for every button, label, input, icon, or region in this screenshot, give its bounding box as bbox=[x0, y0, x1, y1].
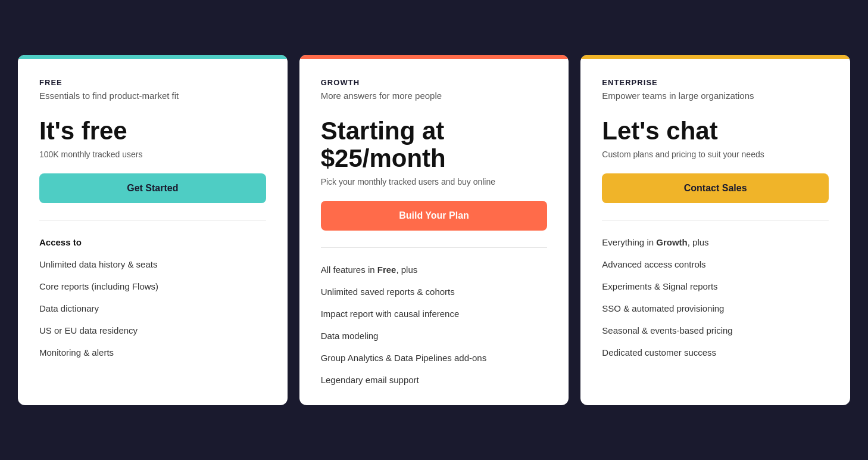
plan-price-sub-enterprise: Custom plans and pricing to suit your ne… bbox=[602, 150, 829, 159]
pricing-container: FREEEssentials to find product-market fi… bbox=[18, 55, 850, 405]
plan-price-sub-free: 100K monthly tracked users bbox=[39, 150, 266, 159]
plan-price-growth: Starting at $25/month bbox=[321, 117, 548, 172]
feature-item-enterprise-3: Seasonal & events-based pricing bbox=[602, 324, 829, 337]
features-list-enterprise: Advanced access controlsExperiments & Si… bbox=[602, 258, 829, 359]
plan-name-enterprise: ENTERPRISE bbox=[602, 78, 829, 87]
plan-card-growth: GROWTHMore answers for more peopleStarti… bbox=[299, 55, 569, 405]
plan-price-enterprise: Let's chat bbox=[602, 117, 829, 145]
intro-text-enterprise: Everything in Growth, plus bbox=[602, 237, 829, 247]
cta-button-growth[interactable]: Build Your Plan bbox=[321, 201, 548, 231]
cta-button-enterprise[interactable]: Contact Sales bbox=[602, 173, 829, 203]
feature-item-growth-1: Impact report with causal inference bbox=[321, 307, 548, 320]
feature-item-free-0: Unlimited data history & seats bbox=[39, 258, 266, 271]
feature-item-enterprise-4: Dedicated customer success bbox=[602, 346, 829, 359]
feature-item-enterprise-1: Experiments & Signal reports bbox=[602, 280, 829, 293]
top-bar-enterprise bbox=[580, 55, 850, 59]
feature-item-free-1: Core reports (including Flows) bbox=[39, 280, 266, 293]
intro-text-growth: All features in Free, plus bbox=[321, 265, 548, 275]
features-list-free: Unlimited data history & seatsCore repor… bbox=[39, 258, 266, 359]
features-list-growth: Unlimited saved reports & cohortsImpact … bbox=[321, 285, 548, 386]
feature-item-free-4: Monitoring & alerts bbox=[39, 346, 266, 359]
plan-tagline-growth: More answers for more people bbox=[321, 91, 548, 101]
feature-item-free-3: US or EU data residency bbox=[39, 324, 266, 337]
feature-item-growth-0: Unlimited saved reports & cohorts bbox=[321, 285, 548, 298]
top-bar-free bbox=[18, 55, 288, 59]
feature-item-enterprise-2: SSO & automated provisioning bbox=[602, 302, 829, 315]
feature-item-enterprise-0: Advanced access controls bbox=[602, 258, 829, 271]
plan-card-enterprise: ENTERPRISEEmpower teams in large organiz… bbox=[580, 55, 850, 405]
top-bar-growth bbox=[299, 55, 569, 59]
plan-price-free: It's free bbox=[39, 117, 266, 145]
feature-item-growth-4: Legendary email support bbox=[321, 374, 548, 386]
plan-tagline-free: Essentials to find product-market fit bbox=[39, 91, 266, 101]
cta-button-free[interactable]: Get Started bbox=[39, 173, 266, 203]
feature-item-growth-2: Data modeling bbox=[321, 330, 548, 342]
plan-name-free: FREE bbox=[39, 78, 266, 87]
plan-tagline-enterprise: Empower teams in large organizations bbox=[602, 91, 829, 101]
plan-price-sub-growth: Pick your monthly tracked users and buy … bbox=[321, 177, 548, 187]
plan-card-free: FREEEssentials to find product-market fi… bbox=[18, 55, 288, 405]
feature-item-free-2: Data dictionary bbox=[39, 302, 266, 315]
features-heading-free: Access to bbox=[39, 237, 266, 247]
plan-name-growth: GROWTH bbox=[321, 78, 548, 87]
feature-item-growth-3: Group Analytics & Data Pipelines add-ons bbox=[321, 352, 548, 364]
